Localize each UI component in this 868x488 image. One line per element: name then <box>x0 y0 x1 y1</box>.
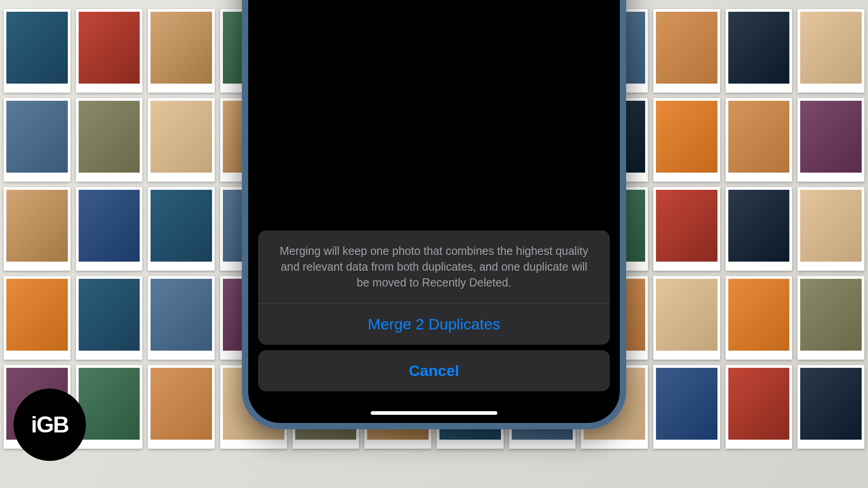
polaroid-thumbnail <box>76 98 143 182</box>
igb-logo-text: iGB <box>31 412 69 438</box>
polaroid-thumbnail <box>797 365 864 449</box>
polaroid-thumbnail <box>797 98 864 182</box>
polaroid-thumbnail <box>148 187 215 271</box>
polaroid-thumbnail <box>653 98 720 182</box>
igb-watermark-logo: iGB <box>14 389 86 461</box>
cancel-button[interactable]: Cancel <box>258 350 610 391</box>
polaroid-thumbnail <box>148 276 215 360</box>
polaroid-thumbnail <box>653 9 720 93</box>
iphone-screen: Merging will keep one photo that combine… <box>248 0 620 423</box>
polaroid-thumbnail <box>653 187 720 271</box>
polaroid-thumbnail <box>76 187 143 271</box>
polaroid-thumbnail <box>726 365 793 449</box>
polaroid-thumbnail <box>76 365 143 449</box>
polaroid-thumbnail <box>76 276 143 360</box>
polaroid-thumbnail <box>726 187 793 271</box>
polaroid-thumbnail <box>726 9 793 93</box>
action-sheet: Merging will keep one photo that combine… <box>258 230 610 391</box>
polaroid-thumbnail <box>726 98 793 182</box>
action-sheet-main-group: Merging will keep one photo that combine… <box>258 230 610 345</box>
polaroid-thumbnail <box>797 187 864 271</box>
polaroid-thumbnail <box>4 98 71 182</box>
polaroid-thumbnail <box>4 276 71 360</box>
polaroid-thumbnail <box>148 365 215 449</box>
polaroid-thumbnail <box>4 9 71 93</box>
home-indicator[interactable] <box>371 411 497 415</box>
action-sheet-description: Merging will keep one photo that combine… <box>258 230 610 304</box>
polaroid-thumbnail <box>797 9 864 93</box>
polaroid-thumbnail <box>653 276 720 360</box>
polaroid-thumbnail <box>4 187 71 271</box>
merge-duplicates-button[interactable]: Merge 2 Duplicates <box>258 304 610 345</box>
polaroid-thumbnail <box>726 276 793 360</box>
iphone-device-frame: Merging will keep one photo that combine… <box>242 0 626 429</box>
polaroid-thumbnail <box>148 9 215 93</box>
polaroid-thumbnail <box>76 9 143 93</box>
polaroid-thumbnail <box>148 98 215 182</box>
polaroid-thumbnail <box>797 276 864 360</box>
polaroid-thumbnail <box>653 365 720 449</box>
